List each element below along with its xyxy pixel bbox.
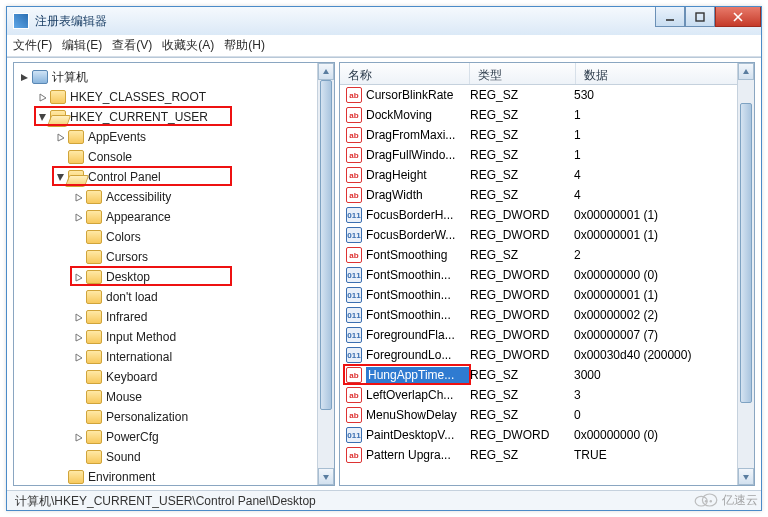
value-row[interactable]: 011FontSmoothin...REG_DWORD0x00000001 (1… bbox=[340, 285, 737, 305]
value-row[interactable]: abPattern Upgra...REG_SZTRUE bbox=[340, 445, 737, 465]
folder-icon bbox=[86, 290, 102, 304]
value-row[interactable]: abLeftOverlapCh...REG_SZ3 bbox=[340, 385, 737, 405]
titlebar[interactable]: 注册表编辑器 bbox=[7, 7, 761, 35]
value-row[interactable]: 011FontSmoothin...REG_DWORD0x00000000 (0… bbox=[340, 265, 737, 285]
menu-file[interactable]: 文件(F) bbox=[13, 37, 52, 54]
string-value-icon: ab bbox=[346, 127, 362, 143]
menu-view[interactable]: 查看(V) bbox=[112, 37, 152, 54]
tree-node[interactable]: Appearance bbox=[14, 207, 334, 227]
expand-icon[interactable] bbox=[72, 331, 84, 343]
value-type: REG_DWORD bbox=[470, 228, 574, 242]
string-value-icon: ab bbox=[346, 407, 362, 423]
tree-node[interactable]: Mouse bbox=[14, 387, 334, 407]
close-button[interactable] bbox=[715, 7, 761, 27]
value-row[interactable]: 011FocusBorderW...REG_DWORD0x00000001 (1… bbox=[340, 225, 737, 245]
tree-node[interactable]: HKEY_CLASSES_ROOT bbox=[14, 87, 334, 107]
window-controls bbox=[655, 7, 761, 27]
tree-node[interactable]: Colors bbox=[14, 227, 334, 247]
tree-node[interactable]: Cursors bbox=[14, 247, 334, 267]
col-name[interactable]: 名称 bbox=[340, 63, 470, 84]
minimize-button[interactable] bbox=[655, 7, 685, 27]
values-list[interactable]: abCursorBlinkRateREG_SZ530abDockMovingRE… bbox=[340, 85, 737, 485]
tree-node[interactable]: AppEvents bbox=[14, 127, 334, 147]
value-row[interactable]: abDragFullWindo...REG_SZ1 bbox=[340, 145, 737, 165]
scroll-up-button[interactable] bbox=[738, 63, 754, 80]
app-icon bbox=[13, 13, 29, 29]
scroll-down-button[interactable] bbox=[738, 468, 754, 485]
tree-label: Cursors bbox=[106, 250, 148, 264]
tree-label: HKEY_CURRENT_USER bbox=[70, 110, 208, 124]
registry-tree[interactable]: 计算机HKEY_CLASSES_ROOTHKEY_CURRENT_USERApp… bbox=[14, 63, 334, 486]
value-data: 0x00000007 (7) bbox=[574, 328, 737, 342]
tree-node[interactable]: Desktop bbox=[14, 267, 334, 287]
tree-node[interactable]: Keyboard bbox=[14, 367, 334, 387]
value-row[interactable]: 011FocusBorderH...REG_DWORD0x00000001 (1… bbox=[340, 205, 737, 225]
scrollbar-thumb[interactable] bbox=[320, 80, 332, 410]
list-scrollbar[interactable] bbox=[737, 63, 754, 485]
value-type: REG_SZ bbox=[470, 88, 574, 102]
tree-node[interactable]: Control Panel bbox=[14, 167, 334, 187]
tree-node[interactable]: Console bbox=[14, 147, 334, 167]
value-row[interactable]: abDragWidthREG_SZ4 bbox=[340, 185, 737, 205]
value-row[interactable]: abDragHeightREG_SZ4 bbox=[340, 165, 737, 185]
collapse-icon[interactable] bbox=[36, 111, 48, 123]
value-row[interactable]: abDragFromMaxi...REG_SZ1 bbox=[340, 125, 737, 145]
value-row[interactable]: abFontSmoothingREG_SZ2 bbox=[340, 245, 737, 265]
folder-icon bbox=[68, 170, 84, 184]
tree-node[interactable]: PowerCfg bbox=[14, 427, 334, 447]
collapse-icon[interactable] bbox=[18, 71, 30, 83]
tree-scrollbar[interactable] bbox=[317, 63, 334, 485]
value-type: REG_SZ bbox=[470, 448, 574, 462]
col-type[interactable]: 类型 bbox=[470, 63, 576, 84]
tree-node[interactable]: HKEY_CURRENT_USER bbox=[14, 107, 334, 127]
tree-node[interactable]: Sound bbox=[14, 447, 334, 467]
value-row[interactable]: abCursorBlinkRateREG_SZ530 bbox=[340, 85, 737, 105]
col-data[interactable]: 数据 bbox=[576, 63, 754, 84]
value-row[interactable]: 011FontSmoothin...REG_DWORD0x00000002 (2… bbox=[340, 305, 737, 325]
value-type: REG_DWORD bbox=[470, 428, 574, 442]
value-row[interactable]: 011PaintDesktopV...REG_DWORD0x00000000 (… bbox=[340, 425, 737, 445]
expand-icon[interactable] bbox=[72, 311, 84, 323]
expand-icon[interactable] bbox=[72, 191, 84, 203]
value-data: 4 bbox=[574, 168, 737, 182]
status-path: 计算机\HKEY_CURRENT_USER\Control Panel\Desk… bbox=[15, 494, 316, 508]
value-type: REG_SZ bbox=[470, 128, 574, 142]
value-row[interactable]: abHungAppTime...REG_SZ3000 bbox=[340, 365, 737, 385]
svg-marker-9 bbox=[76, 194, 82, 201]
value-type: REG_SZ bbox=[470, 148, 574, 162]
scroll-up-button[interactable] bbox=[318, 63, 334, 80]
expand-icon[interactable] bbox=[72, 351, 84, 363]
scroll-down-button[interactable] bbox=[318, 468, 334, 485]
value-row[interactable]: 011ForegroundFla...REG_DWORD0x00000007 (… bbox=[340, 325, 737, 345]
expand-icon[interactable] bbox=[36, 91, 48, 103]
value-data: 4 bbox=[574, 188, 737, 202]
value-name: ForegroundFla... bbox=[366, 328, 470, 342]
scrollbar-thumb[interactable] bbox=[740, 103, 752, 403]
value-row[interactable]: abMenuShowDelayREG_SZ0 bbox=[340, 405, 737, 425]
folder-icon bbox=[86, 450, 102, 464]
expand-icon[interactable] bbox=[72, 211, 84, 223]
maximize-button[interactable] bbox=[685, 7, 715, 27]
value-name: MenuShowDelay bbox=[366, 408, 470, 422]
tree-node[interactable]: Infrared bbox=[14, 307, 334, 327]
value-row[interactable]: abDockMovingREG_SZ1 bbox=[340, 105, 737, 125]
tree-node-root[interactable]: 计算机 bbox=[14, 67, 334, 87]
value-type: REG_DWORD bbox=[470, 308, 574, 322]
tree-node[interactable]: don't load bbox=[14, 287, 334, 307]
tree-node[interactable]: Input Method bbox=[14, 327, 334, 347]
tree-label: Keyboard bbox=[106, 370, 157, 384]
collapse-icon[interactable] bbox=[54, 171, 66, 183]
tree-node[interactable]: International bbox=[14, 347, 334, 367]
menu-help[interactable]: 帮助(H) bbox=[224, 37, 265, 54]
menu-edit[interactable]: 编辑(E) bbox=[62, 37, 102, 54]
menu-favorites[interactable]: 收藏夹(A) bbox=[162, 37, 214, 54]
expand-icon[interactable] bbox=[54, 131, 66, 143]
value-row[interactable]: 011ForegroundLo...REG_DWORD0x00030d40 (2… bbox=[340, 345, 737, 365]
value-name: CursorBlinkRate bbox=[366, 88, 470, 102]
tree-node[interactable]: Environment bbox=[14, 467, 334, 486]
expand-icon[interactable] bbox=[72, 271, 84, 283]
svg-marker-10 bbox=[76, 214, 82, 221]
expand-icon[interactable] bbox=[72, 431, 84, 443]
tree-node[interactable]: Personalization bbox=[14, 407, 334, 427]
tree-node[interactable]: Accessibility bbox=[14, 187, 334, 207]
